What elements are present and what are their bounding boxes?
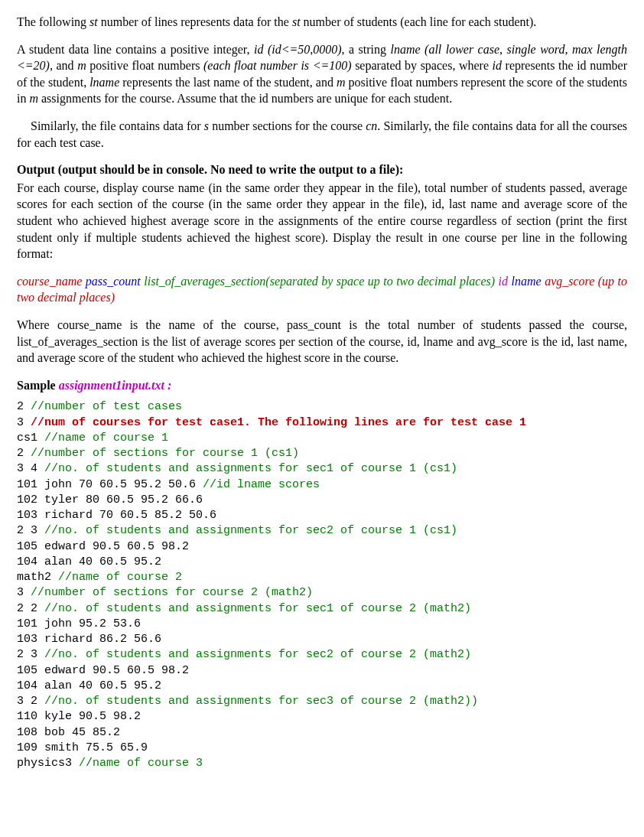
output-header: Output (output should be in console. No …: [17, 161, 627, 178]
sample-data: 3: [17, 416, 31, 429]
sample-comment: //number of test cases: [31, 400, 182, 413]
text: assignments for the course. Assume that …: [38, 92, 452, 105]
sample-line: 103 richard 70 60.5 85.2 50.6: [17, 508, 627, 523]
sample-label: Sample assignment1input.txt :: [17, 377, 627, 394]
sample-line: 101 john 70 60.5 95.2 50.6 //id lname sc…: [17, 477, 627, 493]
sample-line: 105 edward 90.5 60.5 98.2: [17, 539, 627, 555]
sample-line: 110 kyle 90.5 98.2: [17, 709, 627, 725]
sample-data: 104 alan 40 60.5 95.2: [17, 555, 161, 568]
output-format-line: course_name pass_count list_of_averages_…: [17, 273, 627, 306]
sample-line: 101 john 95.2 53.6: [17, 617, 627, 632]
fmt-id: id: [499, 275, 512, 288]
sample-line: physics3 //name of course 3: [17, 756, 627, 771]
sample-line: 3 4 //no. of students and assignments fo…: [17, 461, 627, 477]
text: The following: [17, 15, 89, 28]
sample-data: 105 edward 90.5 60.5 98.2: [17, 664, 189, 677]
sample-line: 3 2 //no. of students and assignments fo…: [17, 694, 627, 709]
var-m: m: [77, 59, 86, 72]
var-st: st: [89, 15, 98, 28]
text: , a string: [342, 43, 391, 56]
text: A student data line contains a positive …: [17, 43, 254, 56]
sample-word: Sample: [17, 379, 59, 392]
sample-line: cs1 //name of course 1: [17, 431, 627, 446]
sample-comment: //name of course 3: [79, 757, 203, 770]
var-id: id (id<=50,0000): [254, 43, 342, 56]
sample-line: math2 //name of course 2: [17, 570, 627, 585]
output-header-text: Output (output should be in console. No …: [17, 163, 403, 176]
para-students-lines: The following st number of lines represe…: [17, 14, 627, 31]
sample-data: 108 bob 45 85.2: [17, 726, 120, 739]
sample-data: cs1: [17, 432, 44, 445]
sample-comment: //id lname scores: [203, 478, 320, 491]
text: Similarly, the file contains data for: [31, 119, 204, 132]
sample-data: physics3: [17, 757, 79, 770]
sample-data: 110 kyle 90.5 98.2: [17, 710, 141, 723]
sample-line: 103 richard 86.2 56.6: [17, 632, 627, 647]
sample-comment: //no. of students and assignments for se…: [44, 695, 478, 708]
sample-line: 2 //number of sections for course 1 (cs1…: [17, 446, 627, 461]
sample-comment: //no. of students and assignments for se…: [44, 524, 457, 537]
sample-comment: //number of sections for course 1 (cs1): [31, 447, 299, 460]
text: number sections for the course: [209, 119, 366, 132]
var-st: st: [292, 15, 301, 28]
fmt-lname: lname: [512, 275, 545, 288]
sample-data: 101 john 95.2 53.6: [17, 617, 141, 630]
para-output-desc: For each course, display course name (in…: [17, 180, 627, 262]
var-cn: cn: [366, 119, 377, 132]
sample-comment: //no. of students and assignments for se…: [44, 602, 471, 615]
sample-line: 105 edward 90.5 60.5 98.2: [17, 663, 627, 679]
sample-data: 104 alan 40 60.5 95.2: [17, 679, 161, 692]
sample-line: 2 3 //no. of students and assignments fo…: [17, 523, 627, 539]
sample-comment: //no. of students and assignments for se…: [44, 648, 471, 661]
sample-data: 3 4: [17, 462, 44, 475]
sample-data: 109 smith 75.5 65.9: [17, 741, 148, 754]
var-lname: lname: [89, 76, 119, 89]
sample-data: 2 3: [17, 648, 44, 661]
text: separated by spaces, where: [352, 59, 493, 72]
sample-line: 108 bob 45 85.2: [17, 725, 627, 741]
sample-comment: //name of course 2: [58, 571, 182, 584]
sample-data: 2: [17, 400, 31, 413]
sample-input-block: 2 //number of test cases3 //num of cours…: [17, 399, 627, 771]
sample-data: 105 edward 90.5 60.5 98.2: [17, 540, 189, 553]
para-sections: Similarly, the file contains data for s …: [17, 118, 627, 151]
sample-comment: //number of sections for course 2 (math2…: [31, 586, 313, 599]
para-output-explain: Where course_name is the name of the cou…: [17, 317, 627, 366]
text: , and: [50, 59, 77, 72]
var-m: m: [29, 92, 38, 105]
sample-data: 103 richard 86.2 56.6: [17, 633, 161, 646]
sample-line: 3 //number of sections for course 2 (mat…: [17, 585, 627, 601]
sample-data: 2 3: [17, 524, 44, 537]
sample-data: 3 2: [17, 695, 44, 708]
sample-line: 3 //num of courses for test case1. The f…: [17, 415, 627, 431]
fmt-list-averages: list_of_averages_section(separated by sp…: [144, 275, 498, 288]
sample-data: 103 richard 70 60.5 85.2 50.6: [17, 509, 216, 522]
sample-filename: assignment1input.txt :: [59, 379, 172, 392]
sample-line: 2 //number of test cases: [17, 399, 627, 415]
sample-data: 2 2: [17, 602, 44, 615]
constraint-float: (each float number is <=100): [203, 59, 352, 72]
sample-line: 104 alan 40 60.5 95.2: [17, 679, 627, 694]
sample-line: 109 smith 75.5 65.9: [17, 741, 627, 756]
sample-line: 2 2 //no. of students and assignments fo…: [17, 601, 627, 617]
var-m: m: [337, 76, 346, 89]
sample-data: math2: [17, 571, 58, 584]
sample-data: 2: [17, 447, 31, 460]
fmt-course-name: course_name: [17, 275, 86, 288]
sample-comment: //name of course 1: [44, 432, 168, 445]
text: represents the last name of the student,…: [119, 76, 337, 89]
sample-data: 102 tyler 80 60.5 95.2 66.6: [17, 493, 203, 506]
sample-line: 104 alan 40 60.5 95.2: [17, 555, 627, 570]
sample-comment: //num of courses for test case1. The fol…: [31, 416, 526, 429]
text: positive float numbers: [86, 59, 203, 72]
sample-line: 102 tyler 80 60.5 95.2 66.6: [17, 493, 627, 508]
var-id: id: [493, 59, 502, 72]
sample-data: 101 john 70 60.5 95.2 50.6: [17, 478, 203, 491]
sample-line: 2 3 //no. of students and assignments fo…: [17, 647, 627, 663]
sample-data: 3: [17, 586, 31, 599]
sample-comment: //no. of students and assignments for se…: [44, 462, 457, 475]
text: number of students (each line for each s…: [301, 15, 537, 28]
fmt-pass-count: pass_count: [86, 275, 144, 288]
text: number of lines represents data for the: [98, 15, 292, 28]
para-student-data-line: A student data line contains a positive …: [17, 41, 627, 107]
